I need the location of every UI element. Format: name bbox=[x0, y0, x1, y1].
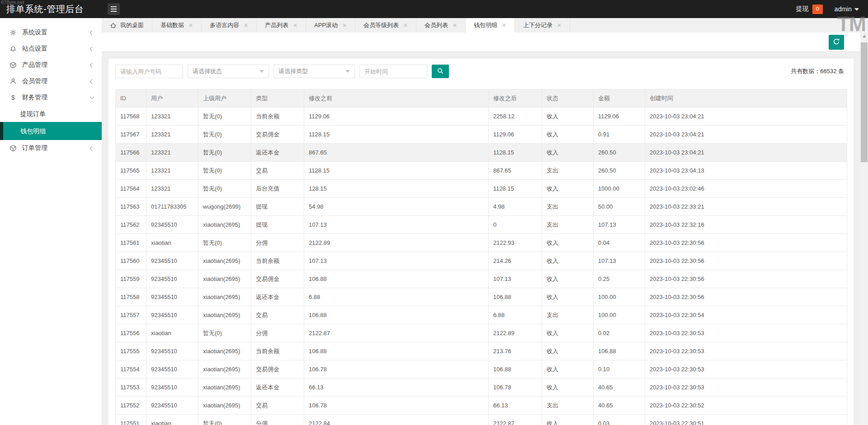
cell-修改之后: 4.98 bbox=[489, 198, 542, 216]
user-menu[interactable]: admin bbox=[835, 5, 859, 13]
cell-类型: 提现 bbox=[251, 216, 304, 234]
table-row[interactable]: 117568123321暂无(0)当前余额1129.062258.12收入112… bbox=[116, 107, 847, 126]
cell-金额: 100.00 bbox=[594, 288, 645, 306]
sidebar-item-财务管理[interactable]: $财务管理 bbox=[0, 89, 102, 106]
table-row[interactable]: 117561xiaotian暂无(0)分佣2122.892122.93收入0.0… bbox=[116, 234, 847, 252]
table-row[interactable]: 11756301711783305wugong(2699)提现54.984.98… bbox=[116, 198, 847, 216]
cell-金额: 0.10 bbox=[594, 360, 645, 378]
table-row[interactable]: 11755992345510xiaotian(2695)交易佣金106.8810… bbox=[116, 270, 847, 288]
cell-状态: 支出 bbox=[542, 216, 594, 234]
cell-ID: 117566 bbox=[116, 144, 146, 162]
cell-用户: 92345510 bbox=[146, 270, 198, 288]
table-row[interactable]: 11755392345510xiaotian(2695)返还本金66.13106… bbox=[116, 378, 847, 397]
tab-close-icon[interactable] bbox=[453, 23, 457, 28]
cell-修改之后: 2258.12 bbox=[489, 107, 542, 126]
cell-状态: 支出 bbox=[542, 397, 594, 415]
tab-close-icon[interactable] bbox=[293, 23, 297, 28]
cell-用户: 92345510 bbox=[146, 378, 198, 397]
tab-close-icon[interactable] bbox=[403, 23, 408, 28]
cell-用户: 92345510 bbox=[146, 288, 198, 306]
cell-ID: 117555 bbox=[116, 342, 146, 360]
scrollbar-thumb[interactable] bbox=[861, 42, 868, 162]
sidebar-item-产品管理[interactable]: 产品管理 bbox=[0, 57, 102, 73]
tab-基础数据[interactable]: 基础数据 bbox=[152, 18, 202, 33]
cell-金额: 260.50 bbox=[594, 144, 645, 162]
tab-会员列表[interactable]: 会员列表 bbox=[416, 18, 466, 33]
type-select[interactable]: 请选择类型 bbox=[274, 65, 355, 78]
withdraw-notice[interactable]: 提现 0 bbox=[796, 5, 823, 14]
tab-产品列表[interactable]: 产品列表 bbox=[257, 18, 306, 33]
scroll-up-arrow-icon[interactable] bbox=[860, 33, 868, 40]
user-icon bbox=[9, 78, 17, 85]
sidebar-item-站点设置[interactable]: 站点设置 bbox=[0, 41, 102, 57]
table-row[interactable]: 11756092345510xiaotian(2695)当前余额107.1321… bbox=[116, 252, 847, 270]
cell-ID: 117562 bbox=[116, 216, 146, 234]
table-row[interactable]: 11755792345510xiaotian(2695)交易106.886.88… bbox=[116, 306, 847, 324]
table-row[interactable]: 117566123321暂无(0)返还本金867.651128.15收入260.… bbox=[116, 144, 847, 162]
tab-上下分记录[interactable]: 上下分记录 bbox=[515, 18, 570, 33]
select-arrow-icon bbox=[259, 70, 264, 73]
cell-用户: 92345510 bbox=[146, 252, 198, 270]
cell-金额: 100.00 bbox=[594, 306, 645, 324]
tab-close-icon[interactable] bbox=[342, 23, 347, 28]
table-row[interactable]: 11755292345510xiaotian(2695)交易106.7866.1… bbox=[116, 397, 847, 415]
tab-APP滚动[interactable]: APP滚动 bbox=[306, 18, 355, 33]
status-select[interactable]: 请选择状态 bbox=[188, 65, 269, 78]
start-time-input[interactable] bbox=[359, 65, 427, 78]
cell-修改之前: 106.88 bbox=[304, 270, 489, 288]
sidebar-subitem-钱包明细[interactable]: 钱包明细 bbox=[0, 122, 102, 140]
tab-label: APP滚动 bbox=[314, 21, 338, 29]
tab-会员等级列表[interactable]: 会员等级列表 bbox=[355, 18, 416, 33]
cell-用户: 92345510 bbox=[146, 397, 198, 415]
cell-修改之后: 1129.06 bbox=[489, 126, 542, 144]
table-row[interactable]: 117551xiaotian暂无(0)分佣2122.842122.87收入0.0… bbox=[116, 415, 847, 425]
column-header-类型: 类型 bbox=[251, 89, 304, 107]
cell-修改之后: 1128.15 bbox=[489, 180, 542, 198]
cell-修改之前: 107.13 bbox=[304, 252, 489, 270]
chevron-left-icon bbox=[90, 79, 94, 84]
table-row[interactable]: 117564123321暂无(0)后台充值128.151128.15收入1000… bbox=[116, 180, 847, 198]
cell-修改之后: 867.65 bbox=[489, 162, 542, 180]
table-row[interactable]: 117556xiaotian暂无(0)分佣2122.872122.89收入0.0… bbox=[116, 324, 847, 342]
tab-close-icon[interactable] bbox=[502, 23, 506, 28]
chevron-left-icon bbox=[90, 146, 94, 150]
cell-上级用户: 暂无(0) bbox=[198, 415, 251, 425]
sidebar-item-会员管理[interactable]: 会员管理 bbox=[0, 73, 102, 89]
table-row[interactable]: 117565123321暂无(0)交易1128.15867.65支出260.50… bbox=[116, 162, 847, 180]
withdraw-badge: 0 bbox=[812, 5, 823, 14]
refresh-button[interactable] bbox=[829, 35, 844, 50]
main-area: 我的桌面基础数据多语言内容产品列表APP滚动会员等级列表会员列表钱包明细上下分记… bbox=[102, 18, 868, 425]
cell-创建时间: 2023-10-03 23:04:21 bbox=[645, 126, 847, 144]
tab-多语言内容[interactable]: 多语言内容 bbox=[202, 18, 257, 33]
table-header-row: ID用户上级用户类型修改之前修改之后状态金额创建时间 bbox=[116, 89, 847, 107]
sidebar-subitem-提现订单[interactable]: 提现订单 bbox=[0, 106, 102, 122]
cell-创建时间: 2023-10-03 23:04:21 bbox=[645, 144, 847, 162]
cell-类型: 交易 bbox=[251, 162, 304, 180]
cell-上级用户: xiaotian(2695) bbox=[198, 216, 251, 234]
table-row[interactable]: 11755492345510xiaotian(2695)交易佣金106.7810… bbox=[116, 360, 847, 378]
search-button[interactable] bbox=[432, 65, 449, 78]
tab-钱包明细[interactable]: 钱包明细 bbox=[466, 18, 515, 33]
table-row[interactable]: 11755592345510xiaotian(2695)当前余额106.8821… bbox=[116, 342, 847, 360]
sidebar: 系统设置站点设置产品管理会员管理$财务管理提现订单钱包明细订单管理 bbox=[0, 18, 102, 425]
tab-close-icon[interactable] bbox=[557, 23, 561, 28]
user-number-input[interactable] bbox=[115, 65, 183, 78]
sidebar-collapse-button[interactable] bbox=[108, 3, 120, 15]
tab-close-icon[interactable] bbox=[244, 23, 248, 28]
table-row[interactable]: 11755892345510xiaotian(2695)返还本金6.88106.… bbox=[116, 288, 847, 306]
cell-类型: 交易 bbox=[251, 306, 304, 324]
sidebar-item-label: 财务管理 bbox=[22, 93, 90, 102]
vertical-scrollbar[interactable] bbox=[860, 33, 868, 425]
table-row[interactable]: 117567123321暂无(0)交易佣金1128.151129.06收入0.9… bbox=[116, 126, 847, 144]
cell-创建时间: 2023-10-03 22:30:53 bbox=[645, 378, 847, 397]
chevron-left-icon bbox=[90, 30, 94, 35]
table-row[interactable]: 11756292345510xiaotian(2695)提现107.130支出1… bbox=[116, 216, 847, 234]
cell-ID: 117563 bbox=[116, 198, 146, 216]
sidebar-item-系统设置[interactable]: 系统设置 bbox=[0, 24, 102, 41]
tab-我的桌面[interactable]: 我的桌面 bbox=[102, 18, 152, 33]
cell-ID: 117551 bbox=[116, 415, 146, 425]
sidebar-item-订单管理[interactable]: 订单管理 bbox=[0, 140, 102, 156]
cell-上级用户: 暂无(0) bbox=[198, 144, 251, 162]
cell-用户: 123321 bbox=[146, 144, 198, 162]
tab-close-icon[interactable] bbox=[189, 23, 193, 28]
